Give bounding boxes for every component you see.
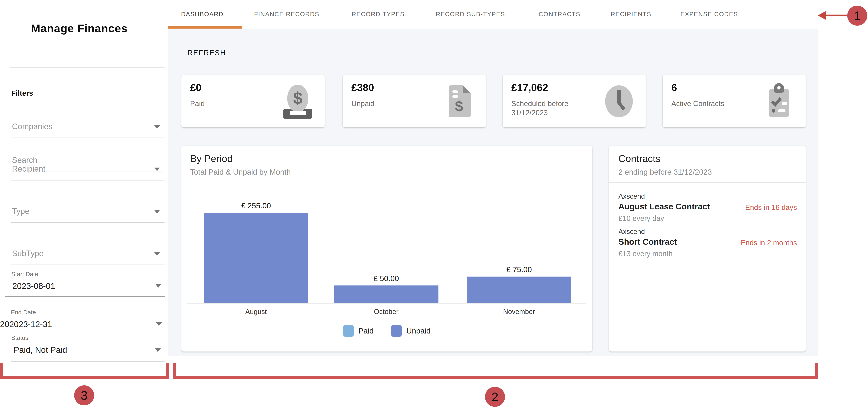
tab-contracts[interactable]: CONTRACTS (538, 10, 581, 18)
contract-ends-badge: Ends in 2 months (741, 239, 797, 247)
contracts-panel: Contracts 2 ending before 31/12/2023 Axs… (609, 146, 806, 351)
legend-item-paid: Paid (343, 325, 374, 337)
chevron-down-icon[interactable] (154, 210, 160, 213)
stat-card-unpaid: £380 Unpaid $ (343, 75, 486, 127)
status-value[interactable]: Paid, Not Paid (13, 345, 67, 355)
stat-label: Unpaid (351, 99, 411, 108)
active-tab-indicator (168, 26, 242, 29)
annotation-bracket-2 (173, 363, 818, 379)
unpaid-legend-swatch (391, 325, 402, 337)
stat-label: Paid (190, 99, 250, 108)
tab-expense-codes[interactable]: EXPENSE CODES (680, 10, 738, 18)
annotation-bracket-3 (0, 363, 169, 379)
stat-card-paid: £0 Paid $ (181, 75, 325, 127)
stat-card-active-contracts: 6 Active Contracts (662, 75, 806, 127)
invoice-icon: $ (441, 82, 477, 120)
annotation-number: 3 (81, 388, 88, 403)
paid-legend-swatch (343, 325, 354, 337)
refresh-button[interactable]: REFRESH (187, 49, 226, 57)
legend-label: Unpaid (406, 327, 430, 335)
recipient-dropdown[interactable]: Recipient (0, 163, 168, 181)
coin-deposit-icon: $ (280, 82, 316, 120)
x-axis-label: October (334, 308, 438, 316)
x-axis-label: August (204, 308, 308, 316)
contract-rate: £13 every month (618, 250, 673, 258)
tab-record-types[interactable]: RECORD TYPES (351, 10, 405, 18)
contracts-title: Contracts (618, 153, 660, 164)
end-date-value[interactable]: 202023-12-31 (0, 319, 52, 329)
status-label: Status (11, 335, 28, 341)
recipient-dropdown-label: Recipient (12, 164, 45, 173)
chart-legend: Paid Unpaid (181, 325, 592, 337)
chevron-down-icon[interactable] (155, 348, 161, 352)
type-dropdown-label: Type (12, 207, 29, 216)
sidebar-divider (10, 67, 164, 68)
contracts-bottom-divider (619, 337, 796, 337)
x-axis-label: November (467, 308, 571, 316)
contract-rate: £10 every day (618, 214, 664, 223)
companies-underline (11, 138, 164, 138)
tab-dashboard[interactable]: DASHBOARD (181, 10, 223, 18)
svg-text:$: $ (455, 98, 463, 114)
tab-bar: DASHBOARD FINANCE RECORDS RECORD TYPES R… (168, 0, 818, 28)
contracts-subtitle: 2 ending before 31/12/2023 (618, 168, 712, 176)
chevron-down-icon[interactable] (154, 125, 160, 128)
end-date-label: End Date (11, 309, 36, 316)
annotation-marker-3: 3 (74, 385, 94, 405)
recipient-underline (11, 180, 164, 180)
companies-dropdown[interactable]: Companies (0, 120, 168, 138)
contract-company: Axscend (618, 228, 645, 236)
bar-october[interactable] (334, 286, 438, 303)
stat-card-scheduled: £17,062 Scheduled before 31/12/2023 (503, 75, 646, 127)
bar-august[interactable] (204, 213, 308, 303)
annotation-number: 2 (492, 390, 498, 404)
clock-icon (601, 82, 637, 120)
contract-name: Short Contract (618, 237, 677, 247)
stat-value: 6 (671, 82, 677, 93)
annotation-marker-1: 1 (847, 6, 867, 26)
legend-item-unpaid: Unpaid (391, 325, 430, 337)
contract-name: August Lease Contract (618, 202, 710, 211)
type-underline (11, 222, 164, 223)
annotation-number: 1 (854, 8, 861, 23)
stat-label: Active Contracts (671, 99, 731, 108)
annotation-arrow-head (818, 11, 826, 20)
chevron-down-icon[interactable] (156, 322, 162, 326)
filters-sidebar: Manage Finances Filters Search Companies… (0, 0, 168, 407)
annotation-marker-2: 2 (485, 387, 505, 407)
contract-company: Axscend (618, 193, 645, 200)
start-date-label: Start Date (11, 271, 38, 278)
stat-value: £17,062 (512, 82, 548, 93)
chart-subtitle: Total Paid & Unpaid by Month (190, 168, 291, 176)
svg-text:$: $ (293, 89, 302, 107)
legend-label: Paid (358, 327, 374, 335)
stat-value: £380 (351, 82, 374, 93)
by-period-chart-card: By Period Total Paid & Unpaid by Month £… (181, 146, 592, 351)
filters-heading: Filters (11, 89, 33, 97)
bar-november[interactable] (467, 277, 571, 303)
chart-title: By Period (190, 153, 233, 164)
chevron-down-icon[interactable] (154, 168, 160, 171)
tab-finance-records[interactable]: FINANCE RECORDS (254, 10, 319, 18)
bar-value-label: £ 50.00 (334, 274, 438, 283)
stat-value: £0 (190, 82, 202, 93)
stat-label: Scheduled before 31/12/2023 (512, 99, 571, 117)
clipboard-check-icon (761, 82, 797, 120)
contract-ends-badge: Ends in 16 days (745, 203, 797, 212)
bar-value-label: £ 255.00 (204, 201, 308, 210)
type-dropdown[interactable]: Type (0, 205, 168, 223)
contracts-divider (609, 182, 806, 183)
chevron-down-icon[interactable] (155, 284, 161, 288)
bar-value-label: £ 75.00 (467, 265, 571, 274)
annotation-arrow-line (825, 14, 847, 16)
tab-record-sub-types[interactable]: RECORD SUB-TYPES (436, 10, 505, 18)
manage-finances-screen: Manage Finances Filters Search Companies… (0, 0, 868, 407)
status-underline (11, 361, 164, 361)
companies-dropdown-label: Companies (12, 122, 53, 131)
chart-baseline (187, 303, 586, 304)
start-date-value[interactable]: 2023-08-01 (12, 281, 55, 291)
page-title: Manage Finances (31, 22, 144, 35)
tab-recipients[interactable]: RECIPIENTS (611, 10, 651, 18)
start-date-underline (5, 296, 165, 297)
